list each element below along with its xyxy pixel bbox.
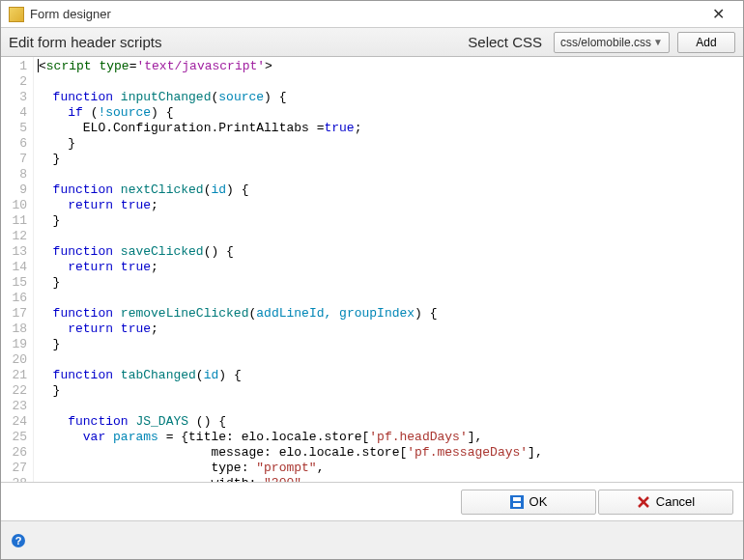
- chevron-down-icon: ▼: [653, 37, 663, 47]
- svg-text:?: ?: [15, 535, 22, 546]
- close-button[interactable]: ✕: [701, 1, 735, 27]
- titlebar: Form designer ✕: [1, 1, 743, 28]
- select-css-label: Select CSS: [468, 34, 542, 50]
- svg-rect-2: [513, 503, 521, 507]
- code-editor[interactable]: 1234567891011121314151617181920212223242…: [1, 57, 743, 482]
- add-button[interactable]: Add: [677, 32, 735, 53]
- line-number-gutter: 1234567891011121314151617181920212223242…: [1, 57, 34, 482]
- button-bar: OK Cancel: [1, 482, 743, 520]
- form-designer-window: Form designer ✕ Edit form header scripts…: [0, 0, 744, 560]
- help-icon[interactable]: ?: [11, 533, 26, 548]
- app-icon: [9, 7, 24, 22]
- close-icon: [637, 495, 650, 509]
- ok-button-label: OK: [529, 494, 548, 509]
- svg-rect-1: [513, 497, 521, 501]
- status-bar: ?: [1, 520, 743, 559]
- save-icon: [510, 495, 524, 509]
- code-content[interactable]: <script type='text/javascript'> function…: [34, 57, 743, 482]
- toolbar: Edit form header scripts Select CSS css/…: [1, 28, 743, 57]
- ok-button[interactable]: OK: [461, 490, 596, 515]
- window-title: Form designer: [30, 7, 701, 21]
- css-dropdown-value: css/elomobile.css: [560, 36, 651, 49]
- cancel-button-label: Cancel: [656, 494, 695, 509]
- cancel-button[interactable]: Cancel: [598, 490, 733, 515]
- css-dropdown[interactable]: css/elomobile.css ▼: [554, 32, 670, 53]
- toolbar-subtitle: Edit form header scripts: [9, 34, 161, 50]
